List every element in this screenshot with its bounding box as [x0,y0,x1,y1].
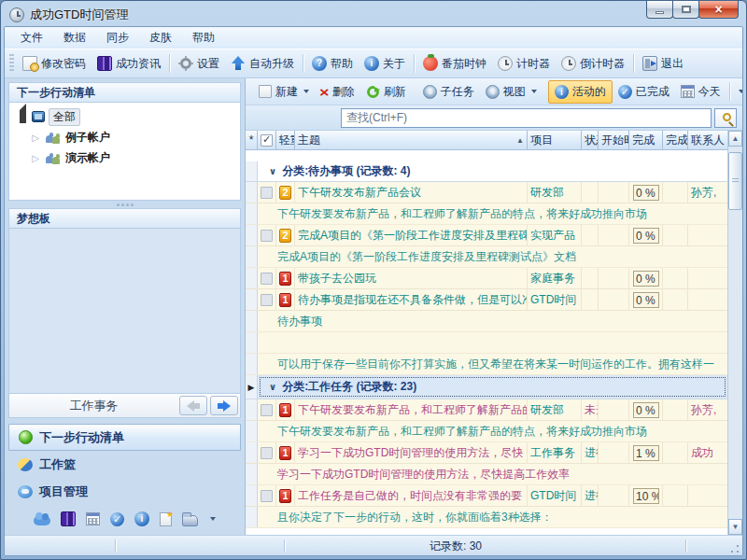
table-desc-row[interactable]: 且你决定了下一步的行动，这时，你就面临着3种选择： [246,507,727,528]
scrollbar-thumb[interactable] [728,152,742,210]
table-row[interactable]: 2 下午研发发布新产品会议 研发部 0 % 孙芳, [246,182,727,203]
table-row[interactable]: 1 带孩子去公园玩 家庭事务 0 % [246,268,727,289]
table-row[interactable]: 1 待办事项是指现在还不具备条件做，但是可以准 GTD时间 0 % [246,289,727,311]
expanded-triangle-icon[interactable] [20,104,26,123]
menu-skin[interactable]: 皮肤 [139,27,182,49]
tree-item-all[interactable]: 全部 [11,106,238,127]
nav-inbox[interactable]: 工作篮 [8,451,241,478]
tree-item-demo-account[interactable]: ▷ 演示帐户 [11,147,238,168]
completed-filter-button[interactable]: ✓ 已完成 [613,81,675,103]
help-globe-icon: ? [312,56,327,71]
window-controls: × [647,1,739,19]
about-button[interactable]: i 关于 [359,53,411,75]
row-checkbox[interactable] [261,230,273,242]
menu-file[interactable]: 文件 [10,27,53,49]
cell-description: 完成A项目的《第一阶段工作进度安排及里程碑测试点》文档 [258,246,727,267]
countdown-timer-button[interactable]: 倒计时器 [556,53,630,75]
calendar-icon[interactable] [86,512,100,525]
table-row[interactable]: 1 下午研发要发布新产品，和工程师了解新产品的 研发部 未开始 0 % 孙芳, [246,399,727,421]
header-finish-time[interactable]: 完成时间 [663,131,688,150]
menu-help[interactable]: 帮助 [182,27,225,49]
active-filter-button[interactable]: i 活动的 [548,80,613,104]
header-project[interactable]: 项目 [528,131,582,150]
header-subject[interactable]: 主题 ▲ [295,131,528,150]
timer-button[interactable]: 计时器 [492,53,556,75]
nav-project-management[interactable]: 项目管理 [8,478,241,505]
table-desc-row[interactable]: 待办事项 [246,311,727,332]
cell-subject: 下午研发发布新产品会议 [295,182,528,203]
dream-board-area [8,228,241,394]
row-checkbox[interactable] [261,294,273,306]
tree-item-example-account[interactable]: ▷ 例子帐户 [11,127,238,147]
menu-data[interactable]: 数据 [53,27,96,49]
dream-board-panel-header: 梦想板 [8,208,241,228]
header-percent[interactable]: 完成 [629,131,663,150]
search-input[interactable] [341,108,712,128]
today-filter-button[interactable]: 今天 [675,81,726,103]
exit-button[interactable]: 退出 [637,53,689,75]
table-desc-row[interactable]: 可以用于保存一些目前你不打算实施，但又希望在将来某一时间运作的工作。拥有这样一 [246,354,727,375]
folder-icon[interactable] [182,515,198,526]
panel-splitter[interactable] [8,201,241,208]
vertical-scrollbar[interactable]: ▲ ▼ [727,131,742,535]
help-button[interactable]: ? 帮助 [306,53,359,75]
settings-button[interactable]: 设置 [173,53,225,75]
scroll-down-button[interactable]: ▼ [728,519,742,535]
header-priority[interactable]: 轻重 [276,131,295,150]
table-desc-row[interactable]: 学习一下成功GTD时间管理的使用方法，尽快提高工作效率 [246,464,727,485]
books-icon[interactable] [61,511,76,526]
view-disc-icon [486,85,500,99]
refresh-button[interactable]: 刷新 [360,81,412,103]
resize-grip[interactable] [730,544,740,553]
table-row[interactable]: 2 完成A项目的《第一阶段工作进度安排及里程碑 实现产品 0 % [246,225,727,246]
overflow-caret-icon[interactable] [210,517,216,521]
group-row-work-tasks[interactable]: ▶ ∨ 分类:工作任务 (记录数: 23) [246,375,727,399]
info-disc-icon[interactable]: i [134,511,149,526]
nav-next-actions[interactable]: 下一步行动清单 [8,424,241,451]
table-row[interactable]: 1 学习一下成功GTD时间管理的使用方法，尽快 工作事务 进行中 1 % 成功 [246,442,727,464]
titlebar: 成功GTD时间管理 × [4,4,743,26]
new-button[interactable]: 新建 [253,81,315,103]
prev-category-button[interactable] [179,396,207,415]
scrollbar-track[interactable] [728,147,742,519]
check-disc-icon[interactable]: ✓ [110,512,124,526]
row-checkbox[interactable] [261,273,273,285]
scroll-up-button[interactable]: ▲ [728,131,742,147]
group-row-todo[interactable]: ∨ 分类:待办事项 (记录数: 4) [246,161,727,182]
maximize-button[interactable] [672,1,699,19]
view-button[interactable]: 视图 [480,81,543,103]
header-indicator[interactable]: * [246,131,258,150]
success-news-button[interactable]: 成功资讯 [92,53,166,75]
menu-sync[interactable]: 同步 [96,27,139,49]
collapsed-triangle-icon[interactable]: ▷ [30,133,41,143]
tomato-clock-button[interactable]: 番茄时钟 [417,53,492,75]
next-category-button[interactable] [210,396,238,415]
header-start-time[interactable]: 开始时间 [599,131,629,150]
table-desc-row[interactable] [246,332,727,354]
auto-upgrade-button[interactable]: 自动升级 [225,53,300,75]
change-password-button[interactable]: 修改密码 [17,53,92,75]
chevron-expanded-icon[interactable]: ∨ [269,166,276,176]
table-desc-row[interactable]: 下午研发要发布新产品，和工程师了解新产品的特点，将来好成功推向市场 [246,203,727,225]
minimize-icon [655,11,664,14]
row-checkbox[interactable] [261,404,273,416]
note-icon[interactable] [160,512,172,526]
row-checkbox[interactable] [261,447,273,459]
row-checkbox[interactable] [261,187,273,199]
table-desc-row[interactable]: 下午研发要发布新产品，和工程师了解新产品的特点，将来好成功推向市场 [246,421,727,442]
cloud-icon[interactable] [34,516,50,525]
table-desc-row[interactable]: 完成A项目的《第一阶段工作进度安排及里程碑测试点》文档 [246,246,727,268]
search-button[interactable] [714,108,737,128]
subtask-button[interactable]: 子任务 [417,81,480,103]
close-button[interactable]: × [698,1,739,19]
chevron-expanded-icon[interactable]: ∨ [269,382,276,392]
header-checkbox[interactable] [258,131,276,150]
collapsed-triangle-icon[interactable]: ▷ [30,153,41,163]
header-contact[interactable]: 联系人 [688,131,727,150]
header-status[interactable]: 状态 [582,131,599,150]
delete-button[interactable]: × 删除 [315,81,360,103]
table-row[interactable]: 1 工作任务是自己做的，时间点没有非常强的要 GTD时间 进行中 10 % [246,485,727,507]
minimize-button[interactable] [646,1,673,19]
toolbar-overflow-caret-icon[interactable] [739,90,743,93]
row-checkbox[interactable] [261,490,273,502]
